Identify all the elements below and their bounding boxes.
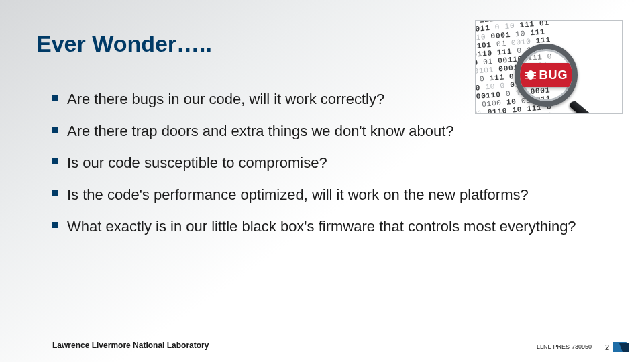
list-item: Is our code susceptible to compromise?: [52, 154, 604, 172]
list-item: What exactly is in our little black box'…: [52, 217, 604, 236]
slide-title: Ever Wonder…..: [36, 31, 212, 57]
footer-reference: LLNL-PRES-730950: [537, 343, 592, 350]
bug-icon: [525, 69, 537, 81]
list-item: Is the code's performance optimized, wil…: [52, 186, 604, 204]
list-item: Are there trap doors and extra things we…: [52, 122, 604, 141]
bug-badge-text: BUG: [539, 68, 568, 82]
footer-page-number: 2: [605, 343, 609, 351]
magnifying-glass-lens: BUG: [515, 44, 578, 107]
llnl-logo-icon: [613, 342, 629, 354]
footer-organization: Lawrence Livermore National Laboratory: [52, 341, 209, 350]
bug-badge: BUG: [520, 63, 572, 87]
bullet-list: Are there bugs in our code, will it work…: [52, 90, 604, 249]
